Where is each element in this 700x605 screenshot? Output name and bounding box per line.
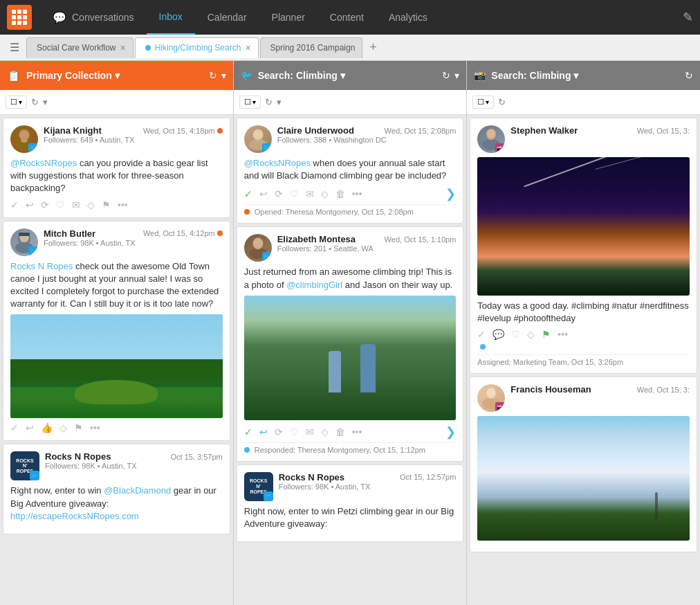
status-dot-elizabeth (244, 447, 250, 453)
more-button-mitch[interactable]: ••• (90, 422, 100, 433)
column-primary-scroll[interactable]: 🐦 Kijana Knight Wed, Oct 15, 4:18pm Foll… (0, 115, 233, 605)
flag-button-stephen[interactable]: ⚑ (542, 329, 551, 340)
mail-button-elizabeth[interactable]: ✉ (306, 426, 314, 437)
mail-button[interactable]: ✉ (72, 199, 80, 210)
more-button-elizabeth[interactable]: ••• (352, 426, 362, 437)
stephen-body: Today was a good day. #climbing #natur #… (477, 300, 690, 325)
like-button-stephen[interactable]: ♡ (511, 329, 520, 340)
retweet-button-claire[interactable]: ⟳ (275, 188, 283, 199)
twitter-badge-rocks: 🐦 (30, 471, 39, 480)
elizabeth-body: Just returned from an awesome climbing t… (244, 266, 457, 291)
toolbar-chevron[interactable]: ▾ (43, 97, 48, 107)
like-button-mitch[interactable]: 👍 (41, 422, 53, 433)
mail-button-claire[interactable]: ✉ (306, 188, 314, 199)
reply-button-mitch[interactable]: ↩ (26, 422, 34, 433)
expand-icon-1[interactable]: ▾ (454, 70, 459, 81)
tag-button-claire[interactable]: ◇ (321, 188, 329, 199)
stephen-actions: ✓ 💬 ♡ ◇ ⚑ ••• (477, 329, 690, 340)
stephen-time: Wed, Oct 15, 3: (637, 127, 690, 135)
toolbar-refresh[interactable]: ↻ (31, 97, 39, 107)
refresh-icon[interactable]: ↻ (209, 70, 217, 81)
expand-button-claire[interactable]: ❯ (445, 186, 456, 201)
check-button-mitch[interactable]: ✓ (10, 422, 19, 433)
kijana-meta: Kijana Knight Wed, Oct 15, 4:18pm Follow… (44, 125, 223, 153)
column-primary-header: 📋 Primary Collection ▾ ↻ ▾ (0, 61, 233, 90)
check-button[interactable]: ✓ (10, 199, 19, 210)
more-button-claire[interactable]: ••• (352, 188, 362, 199)
claire-status: Opened: Theresa Montgomery, Oct 15, 2:08… (244, 204, 457, 216)
toolbar-chevron-1[interactable]: ▾ (277, 97, 282, 107)
expand-button-elizabeth[interactable]: ❯ (445, 424, 456, 440)
tag-button-mitch[interactable]: ◇ (59, 422, 67, 433)
toolbar-refresh-2[interactable]: ↻ (498, 97, 506, 107)
svg-point-12 (253, 129, 263, 139)
nav-item-content[interactable]: Content (317, 0, 376, 35)
reply-button-claire[interactable]: ↩ (259, 188, 268, 199)
compose-button[interactable]: ✎ (683, 10, 693, 25)
column-search-2-title: Search: Climbing ▾ (491, 70, 679, 81)
rocks2-time: Oct 15, 12:57pm (400, 473, 456, 481)
nav-item-calendar[interactable]: Calendar (195, 0, 259, 35)
nav-item-conversations[interactable]: 💬 Conversations (40, 0, 147, 35)
tab-spring[interactable]: Spring 2016 Campaign (260, 37, 363, 58)
tag-button[interactable]: ◇ (87, 199, 95, 210)
nav-items: 💬 Conversations Inbox Calendar Planner C… (40, 0, 683, 35)
more-button[interactable]: ••• (118, 199, 128, 210)
svg-point-3 (19, 130, 29, 140)
like-button-claire[interactable]: ♡ (290, 188, 299, 199)
tab-add-button[interactable]: + (364, 40, 383, 55)
column-search-2-scroll[interactable]: 📸 Stephen Walker Wed, Oct 15, 3: (467, 115, 700, 605)
nav-item-inbox[interactable]: Inbox (147, 0, 195, 35)
expand-icon[interactable]: ▾ (221, 70, 226, 81)
tab-social-care-close[interactable]: × (120, 43, 125, 53)
retweet-button-elizabeth[interactable]: ⟳ (275, 426, 283, 437)
tag-button-elizabeth[interactable]: ◇ (321, 426, 329, 437)
select-all-1[interactable]: ☐ ▾ (239, 96, 261, 109)
elizabeth-avatar: 🐦 (244, 234, 272, 262)
select-all-2[interactable]: ☐ ▾ (472, 96, 494, 109)
kijana-actions: ✓ ↩ ⟳ ♡ ✉ ◇ ⚑ ••• (10, 199, 223, 210)
claire-time: Wed, Oct 15, 2:08pm (385, 127, 457, 135)
tab-social-care-label: Social Care Workflow (37, 43, 116, 53)
nav-item-analytics[interactable]: Analytics (376, 0, 440, 35)
mitch-body: Rocks N Ropes check out the awesome Old … (10, 260, 223, 311)
check-button-elizabeth[interactable]: ✓ (244, 426, 252, 437)
select-all[interactable]: ☐ ▾ (6, 96, 27, 109)
nav-item-planner[interactable]: Planner (259, 0, 317, 35)
flag-button-mitch[interactable]: ⚑ (74, 422, 83, 433)
retweet-button[interactable]: ⟳ (41, 199, 49, 210)
tag-button-stephen[interactable]: ◇ (527, 329, 535, 340)
mitch-meta: Mitch Butler Wed, Oct 15, 4:12pm Followe… (44, 228, 223, 256)
nav-label-inbox: Inbox (159, 11, 183, 22)
more-button-stephen[interactable]: ••• (558, 329, 568, 340)
tab-hiking-close[interactable]: × (245, 43, 250, 53)
reply-button[interactable]: ↩ (26, 199, 34, 210)
twitter-badge-rocks2: 🐦 (264, 491, 273, 501)
elizabeth-followers: Followers: 201 • Seattle, WA (277, 244, 457, 253)
unread-dot (217, 128, 223, 134)
column-search-1-scroll[interactable]: 🐦 Claire Underwood Wed, Oct 15, 2:08pm F… (234, 115, 467, 605)
check-button-stephen[interactable]: ✓ (477, 329, 486, 340)
reply-button-elizabeth[interactable]: ↩ (259, 426, 268, 437)
reply-button-stephen[interactable]: 💬 (492, 329, 504, 340)
tab-hiking[interactable]: Hiking/Climbing Search × (135, 37, 259, 58)
rocks-logo: ROCKSN'ROPES 🐦 (10, 451, 39, 480)
card-kijana-header: 🐦 Kijana Knight Wed, Oct 15, 4:18pm Foll… (10, 125, 223, 153)
kijana-time: Wed, Oct 15, 4:18pm (143, 127, 223, 135)
nav-label-calendar: Calendar (208, 12, 247, 23)
app-logo[interactable] (7, 5, 32, 30)
flag-button[interactable]: ⚑ (102, 199, 111, 210)
delete-button-claire[interactable]: 🗑 (335, 188, 345, 199)
like-button-elizabeth[interactable]: ♡ (290, 426, 299, 437)
refresh-icon-2[interactable]: ↻ (685, 70, 693, 81)
toolbar-refresh-1[interactable]: ↻ (265, 97, 273, 107)
refresh-icon-1[interactable]: ↻ (442, 70, 450, 81)
delete-button-elizabeth[interactable]: 🗑 (335, 426, 345, 437)
check-button-claire[interactable]: ✓ (244, 188, 252, 199)
rocks2-name: Rocks N Ropes (279, 472, 344, 482)
tab-menu-icon[interactable]: ☰ (4, 41, 25, 54)
like-button[interactable]: ♡ (56, 199, 65, 210)
tab-social-care[interactable]: Social Care Workflow × (26, 37, 133, 58)
kijana-body: @RocksNRopes can you provide a basic gea… (10, 157, 223, 195)
chat-icon: 💬 (53, 11, 66, 24)
